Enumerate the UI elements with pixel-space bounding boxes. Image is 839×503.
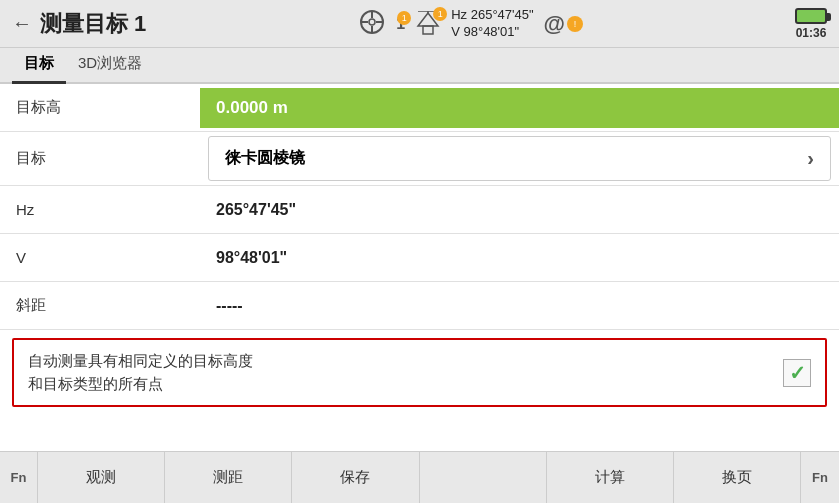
- header-coords: Hz 265°47'45" V 98°48'01": [451, 7, 533, 41]
- row-v: V 98°48'01": [0, 234, 839, 282]
- tabs-bar: 目标 3D浏览器: [0, 48, 839, 84]
- auto-measure-row[interactable]: 自动测量具有相同定义的目标高度 和目标类型的所有点 ✓: [12, 338, 827, 407]
- toolbar-measure-dist[interactable]: 测距: [165, 452, 292, 503]
- main-content: 目标高 0.0000 m 目标 徕卡圆棱镜 › Hz 265°47'45" V …: [0, 84, 839, 451]
- label-v: V: [0, 239, 200, 276]
- value-v: 98°48'01": [200, 239, 839, 277]
- badge1: 1: [397, 11, 411, 25]
- time-display: 01:36: [796, 26, 827, 40]
- checkmark-icon: ✓: [789, 361, 806, 385]
- battery-icon: [795, 8, 827, 24]
- svg-rect-6: [423, 26, 433, 34]
- row-target: 目标 徕卡圆棱镜 ›: [0, 132, 839, 186]
- row-hz: Hz 265°47'45": [0, 186, 839, 234]
- label-target-height: 目标高: [0, 88, 200, 127]
- value-slope-dist: -----: [200, 287, 839, 325]
- label-hz: Hz: [0, 191, 200, 228]
- auto-measure-text: 自动测量具有相同定义的目标高度 和目标类型的所有点: [28, 350, 767, 395]
- warning-badge: !: [567, 16, 583, 32]
- header-icons-center: 1 1 1 Hz 265°47'45" V 98°48'01" @ !: [358, 7, 583, 41]
- target-value-text: 徕卡圆棱镜: [225, 148, 305, 169]
- tab-3d-browser[interactable]: 3D浏览器: [66, 48, 154, 84]
- auto-measure-checkbox[interactable]: ✓: [783, 359, 811, 387]
- svg-point-5: [369, 19, 375, 25]
- header: ← 测量目标 1 1 1: [0, 0, 839, 48]
- header-left: ← 测量目标 1: [12, 9, 146, 39]
- row-slope-dist: 斜距 -----: [0, 282, 839, 330]
- toolbar-page-turn[interactable]: 换页: [674, 452, 801, 503]
- row-target-height: 目标高 0.0000 m: [0, 84, 839, 132]
- arrow-right-icon: ›: [807, 147, 814, 170]
- back-button[interactable]: ←: [12, 12, 32, 35]
- tab-target[interactable]: 目标: [12, 48, 66, 84]
- badge2: 1: [433, 7, 447, 21]
- at-icon-group: @ !: [544, 11, 583, 37]
- at-icon: @: [544, 11, 565, 37]
- page-title: 测量目标 1: [40, 9, 146, 39]
- toolbar-calculate[interactable]: 计算: [547, 452, 674, 503]
- battery-time-group: 01:36: [795, 8, 827, 40]
- toolbar-empty: [420, 452, 547, 503]
- label-target: 目标: [0, 139, 200, 178]
- toolbar-observe[interactable]: 观测: [38, 452, 165, 503]
- value-target[interactable]: 徕卡圆棱镜 ›: [208, 136, 831, 181]
- toolbar-fn-right[interactable]: Fn: [801, 452, 839, 503]
- toolbar-save[interactable]: 保存: [292, 452, 419, 503]
- toolbar-fn-left[interactable]: Fn: [0, 452, 38, 503]
- value-target-height[interactable]: 0.0000 m: [200, 88, 839, 128]
- label-slope-dist: 斜距: [0, 286, 200, 325]
- crosshair-icon: [358, 8, 386, 40]
- value-hz: 265°47'45": [200, 191, 839, 229]
- icon-num1-group: 1 1: [396, 15, 405, 33]
- survey-icon-group: 1: [415, 11, 441, 37]
- bottom-toolbar: Fn 观测 测距 保存 计算 换页 Fn: [0, 451, 839, 503]
